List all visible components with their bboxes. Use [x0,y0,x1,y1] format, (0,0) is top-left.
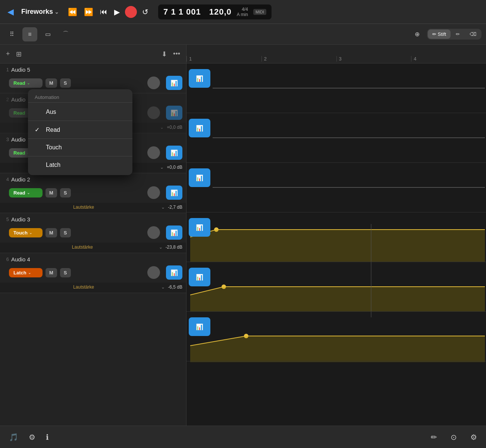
audio-clip-1[interactable]: 📊 [189,69,210,88]
audio-clip-4[interactable]: 📊 [189,218,210,237]
automation-mode-label: Read [13,110,25,116]
automation-mode-button[interactable]: Touch ⌄ [9,228,43,237]
fast-forward-button[interactable]: ⏩ [82,6,95,18]
volume-knob[interactable] [147,106,160,119]
dropdown-item-aus[interactable]: Aus [28,104,132,120]
timeline-track-lane-6: 📊 [186,312,486,361]
volume-knob[interactable] [147,146,160,159]
volume-knob[interactable] [147,186,160,199]
volume-knob[interactable] [147,266,160,279]
waveform-icon: 📊 [170,80,178,87]
waveform-button[interactable]: 📊 [166,76,182,90]
pen-icon-button[interactable]: ✏ [428,431,440,443]
solo-button[interactable]: S [60,78,71,88]
loop-button[interactable]: ↺ [141,6,150,18]
pencil-button[interactable]: ✏ [451,29,464,39]
timeline-track-lane-1: 📊 [186,63,486,113]
mute-button[interactable]: M [46,228,57,237]
track-automation-row: Lautstärke ⌄ -2,7 dB [0,203,186,213]
move-tool-button[interactable]: ⊕ [410,27,425,41]
waveform-button[interactable]: 📊 [166,225,182,240]
grid-button[interactable]: ⠿ [4,27,19,41]
solo-button[interactable]: S [60,228,71,237]
settings-icon-button[interactable]: ⊙ [448,431,460,443]
automation-mode-button[interactable]: Read ⌄ [9,78,43,88]
waveform-button[interactable]: 📊 [166,106,182,120]
automation-param-label: Lautstärke [9,205,158,210]
waveform-icon: 📊 [170,109,178,116]
audio-clip-6[interactable]: 📊 [189,317,210,336]
automation-param-chevron: ⌄ [160,165,164,170]
track-number: 2 [4,97,9,102]
automation-param-chevron: ⌄ [161,205,165,210]
track-number: 3 [4,137,9,142]
track-number: 6 [4,256,9,262]
pen-label: Stift [438,31,446,37]
rewind-button[interactable]: ⏪ [66,6,79,18]
automation-param-label: Lautstärke [9,284,158,290]
position-detail: 4/4 A min [237,7,248,17]
track-number: 5 [4,217,9,222]
waveform-button[interactable]: 📊 [166,186,182,200]
routing-icon-button[interactable]: ⚙ [26,431,38,443]
audio-clip-3[interactable]: 📊 [189,168,210,187]
record-button[interactable] [125,6,137,18]
waveform-icon: 📊 [170,189,178,196]
automation-param-chevron: ⌄ [159,245,163,250]
time-signature: 4/4 [242,7,248,12]
dropdown-item-touch[interactable]: Touch [28,140,132,155]
group-button[interactable]: ⊞ [15,49,23,60]
eraser-button[interactable]: ⌫ [465,29,481,39]
add-track-button[interactable]: + [4,49,12,59]
track-row: 5 Audio 3 Touch ⌄ M S 📊 Lautstärke ⌄ -23… [0,213,186,253]
pen-stift-button[interactable]: ✏ Stift [428,29,451,39]
mute-button[interactable]: M [46,188,57,197]
automation-mode-button[interactable]: Latch ⌄ [9,268,43,277]
automation-param-chevron: ⌄ [160,125,164,130]
tempo-text: 120,0 [209,7,232,17]
eq-icon-button[interactable]: ⚙ [467,431,480,443]
automation-chevron-icon: ⌄ [28,271,31,275]
waveform-icon: 📊 [196,224,203,231]
more-button[interactable]: ••• [172,49,182,59]
back-button[interactable]: ◀ [4,6,17,18]
automation-mode-button[interactable]: Read ⌄ [9,188,43,197]
solo-button[interactable]: S [60,268,71,277]
pen-tool-group: ✏ Stift ✏ ⌫ [427,29,482,40]
dropdown-item-read[interactable]: ✓ Read [28,122,132,138]
timeline-ruler: 1 2 3 4 [186,45,486,63]
volume-knob[interactable] [147,226,160,239]
position-display: 7 1 1 001 120,0 4/4 A min MIDI [158,4,272,19]
track-row-top: 6 Audio 4 [0,253,186,264]
waveform-icon: 📊 [196,323,203,330]
download-button[interactable]: ⬇ [160,49,169,60]
waveform-button[interactable]: 📊 [166,265,182,280]
automation-chevron-icon: ⌄ [27,81,30,85]
track-row: 4 Audio 2 Read ⌄ M S 📊 Lautstärke ⌄ -2,7… [0,173,186,213]
mute-button[interactable]: M [46,78,57,88]
top-bar: ◀ Fireworks ⌄ ⏪ ⏩ ⏮ ▶ ↺ 7 1 1 001 120,0 … [0,0,486,24]
info-icon-button[interactable]: ℹ [43,431,52,443]
dropdown-header: Automation [28,91,132,103]
timeline-panel: 1 2 3 4 [186,45,486,426]
rect-button[interactable]: ▭ [40,27,55,41]
music-icon-button[interactable]: 🎵 [6,431,21,443]
mute-button[interactable]: M [46,268,57,277]
waveform-button[interactable]: 📊 [166,146,182,160]
automation-param-label: Lautstärke [9,245,156,250]
bottom-right: ✏ ⊙ ⚙ [428,431,480,443]
volume-knob[interactable] [147,77,160,89]
dropdown-item-latch[interactable]: Latch [28,157,132,173]
list-button[interactable]: ≡ [22,27,37,41]
automation-param-value: -23,8 dB [166,245,182,250]
audio-clip-5[interactable]: 📊 [189,268,210,286]
key-display: A min [237,12,248,17]
automation-mode-label: Read [13,190,25,196]
play-button[interactable]: ▶ [113,6,121,18]
solo-button[interactable]: S [60,188,71,197]
track-row: 6 Audio 4 Latch ⌄ M S 📊 Lautstärke ⌄ -6,… [0,253,186,293]
to-start-button[interactable]: ⏮ [98,6,109,18]
pencil-icon: ✏ [432,31,436,37]
audio-clip-2[interactable]: 📊 [189,119,210,137]
curve-button[interactable]: ⌒ [58,27,73,41]
